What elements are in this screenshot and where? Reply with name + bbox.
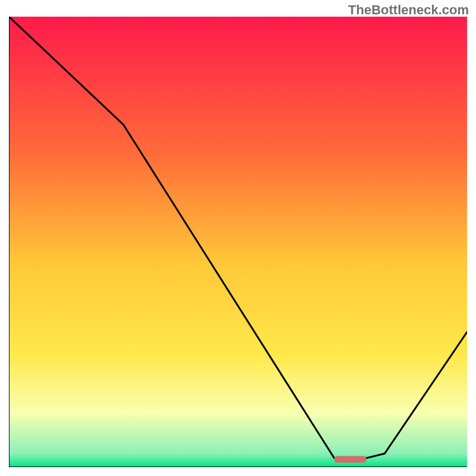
gradient-background	[9, 17, 467, 467]
chart-svg	[9, 17, 467, 467]
optimal-marker	[334, 456, 367, 462]
chart-area	[9, 17, 467, 467]
watermark-text: TheBottleneck.com	[348, 2, 469, 18]
